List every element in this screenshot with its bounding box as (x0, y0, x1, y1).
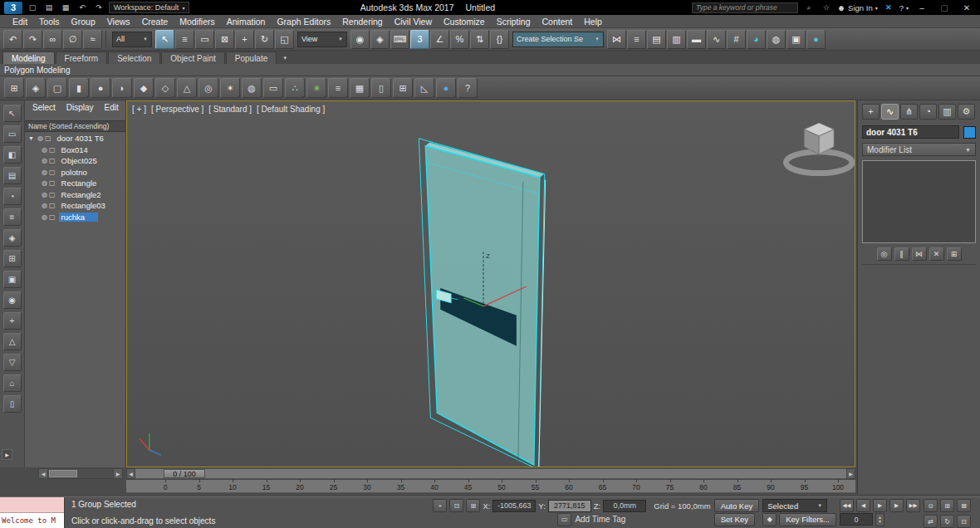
tree-item-ruchka[interactable]: ▼ ◍ ▢ ruchka (25, 212, 125, 223)
object-name-field[interactable]: door 4031 T6 (862, 125, 959, 139)
render-production-button[interactable]: ● (806, 30, 826, 49)
use-pivot-point-center-button[interactable]: ◉ (350, 30, 370, 49)
ribbon-panel-label[interactable]: Polygon Modeling (4, 66, 71, 75)
plane-button[interactable]: ▭ (263, 78, 283, 98)
menu-item[interactable]: Create (136, 15, 174, 27)
door-object-button[interactable]: ▯ (371, 78, 391, 98)
workspace-dropdown[interactable]: Workspace: Default ▾ (109, 2, 189, 13)
time-tag-icon[interactable]: ▭ (557, 513, 571, 526)
chamfer-cylinder-button[interactable]: ▮ (69, 78, 89, 98)
left-toolbar-button[interactable]: ▤ (3, 167, 22, 184)
visibility-icon[interactable]: ◍ (37, 134, 43, 142)
time-slider-left-arrow[interactable]: ◀ (126, 468, 135, 479)
left-toolbar-button[interactable]: ⊞ (3, 250, 22, 267)
search-icon[interactable]: ⌕ (802, 2, 816, 13)
help-menu-button[interactable]: ? ▾ (899, 3, 909, 12)
select-and-move-button[interactable]: + (235, 30, 254, 49)
perspective-viewport[interactable]: [ + ][ Perspective ][ Standard ][ Defaul… (126, 100, 855, 467)
maximize-button[interactable]: ▢ (935, 2, 953, 14)
left-toolbar-button[interactable]: ◧ (3, 146, 22, 164)
listener-pane[interactable]: Welcome to M (0, 513, 64, 528)
visibility-icon[interactable]: ◍ (42, 213, 47, 221)
viewport-canvas[interactable]: Z (127, 101, 855, 467)
maxscript-mini-listener[interactable]: Welcome to M (0, 497, 65, 528)
viewport-general-menu[interactable]: [ + ] (132, 105, 146, 114)
help-search-input[interactable] (692, 2, 798, 13)
help-button[interactable]: ? (458, 78, 478, 98)
material-sphere-button[interactable]: ● (436, 78, 456, 98)
scene-explorer-menu-item[interactable]: Select (27, 103, 61, 112)
capsule-button[interactable]: ◗ (112, 78, 132, 98)
menu-item[interactable]: Animation (221, 15, 272, 27)
layer-manager-button[interactable]: ▤ (647, 30, 666, 49)
time-slider-right-arrow[interactable]: ▶ (846, 468, 855, 479)
align-button[interactable]: ≡ (627, 30, 646, 49)
current-frame-field[interactable]: 0 (840, 513, 873, 526)
minimize-button[interactable]: – (913, 2, 931, 14)
set-key-button[interactable]: Set Key (714, 513, 755, 526)
railing-button[interactable]: ≡ (328, 78, 348, 98)
time-slider-handle[interactable]: 0 / 100 (164, 469, 205, 478)
scrollbar-track[interactable] (48, 468, 113, 479)
y-coordinate-field[interactable]: 2771,815 (548, 500, 591, 512)
sign-in-button[interactable]: ☻ Sign In ▾ (837, 3, 878, 12)
tab-create[interactable]: + (862, 104, 880, 120)
next-frame-button[interactable]: ▶ (889, 499, 904, 512)
absolute-mode-toggle[interactable]: ⊞ (466, 499, 480, 512)
select-and-rotate-button[interactable]: ↻ (255, 30, 274, 49)
view-cube[interactable] (786, 123, 852, 174)
zoom-extents-icon[interactable]: ⊠ (957, 499, 971, 512)
menu-item[interactable]: Help (578, 15, 608, 27)
scrollbar-thumb[interactable] (49, 470, 77, 477)
tree-item-box014[interactable]: ▼ ◍ ▢ Box014 (25, 144, 125, 156)
viewport-layout-button[interactable]: ⊞ (4, 78, 24, 98)
go-to-end-button[interactable]: ▶▶ (906, 499, 920, 512)
angle-snap-button[interactable]: ∠ (430, 30, 449, 49)
undo-button[interactable]: ↶ (3, 30, 22, 49)
menu-item[interactable]: Modifiers (174, 15, 221, 27)
macro-recorder-pane[interactable] (0, 497, 64, 513)
ribbon-toggle-button[interactable]: ▬ (687, 30, 706, 49)
zoom-icon[interactable]: ⊙ (924, 499, 938, 512)
tab-motion[interactable]: ◔ (919, 104, 937, 120)
ribbon-tab-selection[interactable]: Selection (108, 51, 160, 64)
autogrid-toggle-button[interactable]: ◈ (26, 78, 46, 98)
ribbon-minimize-icon[interactable]: ▾ (277, 52, 292, 64)
ribbon-tab-modeling[interactable]: Modeling (2, 51, 55, 64)
spinner-snap-button[interactable]: ⇅ (470, 30, 489, 49)
menu-item[interactable]: Edit (7, 15, 33, 27)
visibility-icon[interactable]: ◍ (42, 191, 47, 198)
scene-explorer-menu-item[interactable]: Edit (100, 103, 124, 112)
pan-icon[interactable]: ⇄ (924, 515, 938, 528)
scene-explorer-menu-item[interactable]: Display (61, 103, 99, 112)
tree-item-rectangle2[interactable]: ▼ ◍ ▢ Rectangle2 (25, 189, 125, 201)
render-setup-button[interactable]: ◍ (767, 30, 786, 49)
prism-button[interactable]: △ (177, 78, 197, 98)
previous-frame-button[interactable]: ◀ (856, 499, 870, 512)
left-toolbar-button[interactable]: ▭ (3, 125, 22, 143)
isolate-selection-toggle[interactable]: + (433, 499, 447, 512)
visibility-icon[interactable]: ◍ (42, 202, 47, 209)
tab-utilities[interactable]: ⚙ (958, 104, 975, 120)
scroll-left-arrow[interactable]: ◀ (38, 468, 48, 479)
named-selection-dropdown[interactable]: Create Selection Se ▼ (512, 32, 604, 47)
curve-editor-button[interactable]: ∿ (707, 30, 726, 49)
auto-key-button[interactable]: Auto Key (714, 499, 760, 512)
chamfer-box-button[interactable]: ▢ (47, 78, 67, 98)
menu-item[interactable]: Rendering (336, 15, 388, 27)
maximize-viewport-icon[interactable]: ⊡ (957, 515, 971, 528)
spindle-button[interactable]: ◆ (134, 78, 154, 98)
rectangular-selection-region-button[interactable]: ▭ (195, 30, 214, 49)
percent-snap-button[interactable]: % (450, 30, 469, 49)
open-file-icon[interactable]: ▤ (42, 2, 56, 13)
gengon-button[interactable]: ◇ (155, 78, 175, 98)
select-by-name-button[interactable]: ≡ (175, 30, 194, 49)
schematic-view-button[interactable]: # (727, 30, 746, 49)
save-file-icon[interactable]: ▦ (59, 2, 72, 13)
left-toolbar-button[interactable]: ◔ (3, 188, 22, 205)
viewport-shading-menu[interactable]: [ Default Shading ] (257, 105, 325, 114)
object-color-swatch[interactable] (963, 126, 976, 139)
add-time-tag-label[interactable]: Add Time Tag (575, 515, 625, 524)
show-end-result-button[interactable]: ∥ (894, 247, 909, 261)
time-tag-row[interactable]: ▭ Add Time Tag (433, 513, 710, 527)
